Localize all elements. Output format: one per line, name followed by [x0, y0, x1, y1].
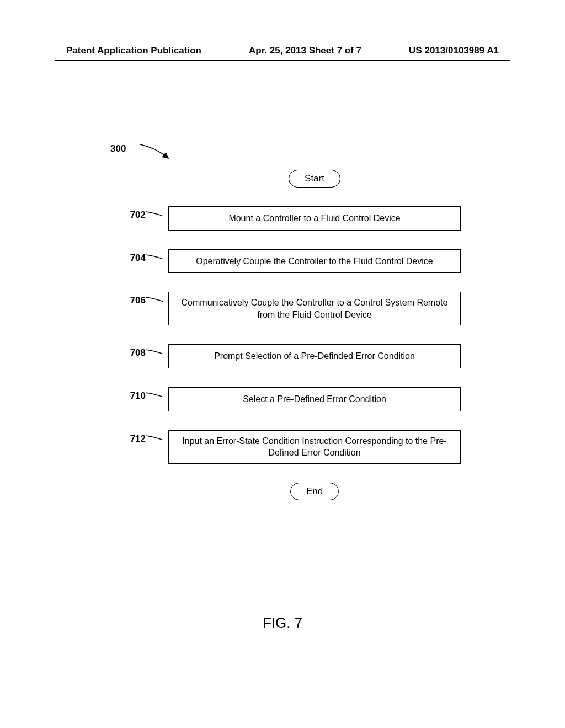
flow-row: 712 Input an Error-State Condition Instr… — [94, 430, 480, 500]
page: Patent Application Publication Apr. 25, … — [0, 0, 565, 728]
flow-row-start: Start — [94, 170, 480, 206]
process-box: Communicatively Couple the Controller to… — [168, 292, 461, 325]
flow-row: 710 Select a Pre-Defined Error Condition — [94, 387, 480, 430]
figure-caption: FIG. 7 — [0, 614, 565, 631]
leader-arrow-icon — [139, 141, 174, 163]
flow-arrow-icon — [314, 411, 315, 430]
leader-line-icon — [145, 433, 164, 443]
process-box: Operatively Couple the Controller to the… — [168, 249, 461, 274]
flow-arrow-icon — [314, 188, 315, 206]
leader-line-icon — [145, 390, 164, 400]
page-header: Patent Application Publication Apr. 25, … — [66, 45, 499, 56]
flow-row: 708 Prompt Selection of a Pre-Definded E… — [94, 344, 480, 387]
leader-line-icon — [145, 253, 164, 263]
step-ref: 706 — [130, 295, 146, 306]
step-ref: 712 — [130, 433, 146, 444]
flowchart: 300 Start — [94, 143, 480, 500]
flow-row: 702 Mount a Controller to a Fluid Contro… — [94, 206, 480, 249]
end-terminal: End — [290, 483, 339, 500]
flow-arrow-icon — [314, 464, 315, 483]
process-box: Mount a Controller to a Fluid Control De… — [168, 206, 461, 231]
step-ref: 702 — [130, 210, 146, 220]
flow-row: 706 Communicatively Couple the Controlle… — [94, 292, 480, 344]
step-ref: 704 — [130, 253, 146, 263]
flow-arrow-icon — [314, 368, 315, 387]
step-ref: 710 — [130, 390, 146, 401]
flow-arrow-icon — [314, 231, 315, 249]
header-center: Apr. 25, 2013 Sheet 7 of 7 — [249, 45, 361, 56]
flow-arrow-icon — [314, 325, 315, 344]
leader-line-icon — [145, 347, 164, 357]
header-rule — [55, 60, 510, 61]
flowchart-ref: 300 — [94, 143, 480, 170]
flow-row: 704 Operatively Couple the Controller to… — [94, 249, 480, 292]
process-box: Prompt Selection of a Pre-Definded Error… — [168, 344, 461, 368]
flow-arrow-icon — [314, 273, 315, 292]
process-box: Select a Pre-Defined Error Condition — [168, 387, 461, 411]
header-left: Patent Application Publication — [66, 45, 201, 56]
step-ref: 708 — [130, 347, 146, 358]
leader-line-icon — [145, 210, 164, 220]
start-terminal: Start — [289, 170, 340, 188]
header-right: US 2013/0103989 A1 — [409, 45, 499, 56]
leader-line-icon — [145, 295, 164, 305]
flowchart-ref-number: 300 — [110, 143, 126, 154]
process-box: Input an Error-State Condition Instructi… — [168, 430, 461, 464]
